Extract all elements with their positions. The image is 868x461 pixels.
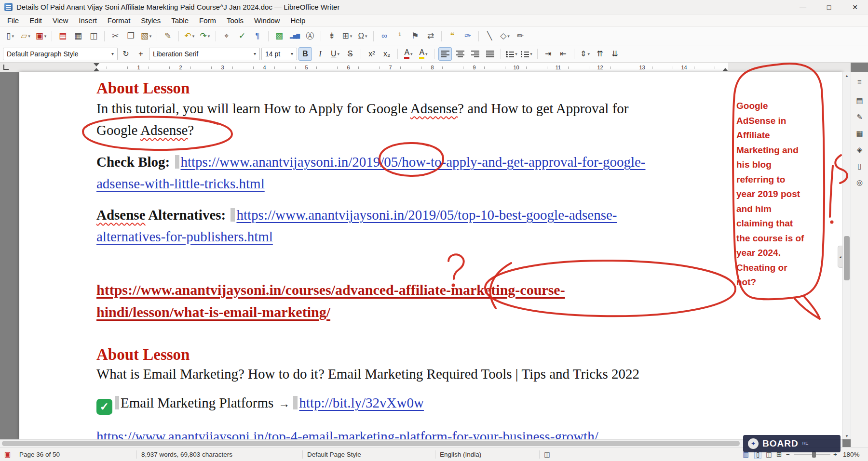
zoom-percentage[interactable]: 180% xyxy=(843,448,860,461)
check-blog-link[interactable]: https://www.anantvijaysoni.in/2019/05/ho… xyxy=(181,154,646,170)
open-file-icon[interactable]: ▱▾ xyxy=(18,29,33,43)
insert-line-icon[interactable]: ╲ xyxy=(482,29,497,43)
new-document-icon[interactable]: ▯▾ xyxy=(3,29,17,43)
menu-item[interactable]: Edit xyxy=(24,14,47,26)
font-color-button[interactable]: A▾ xyxy=(402,47,415,61)
copy-icon[interactable]: ❐ xyxy=(123,29,138,43)
line-spacing-button[interactable]: ⇕▾ xyxy=(578,47,592,61)
decrease-indent-button[interactable]: ⇤ xyxy=(556,47,570,61)
insert-image-icon[interactable]: ▩ xyxy=(272,29,286,43)
find-replace-icon[interactable]: ⌖ xyxy=(219,29,234,43)
menu-item[interactable]: File xyxy=(2,14,24,26)
word-count-status[interactable]: 8,937 words, 69,803 characters xyxy=(141,448,232,461)
align-right-button[interactable] xyxy=(468,47,482,61)
page-deck-icon[interactable]: ▯ xyxy=(854,160,866,172)
undo-icon[interactable]: ↶▾ xyxy=(182,29,197,43)
special-character-icon[interactable]: Ω▾ xyxy=(355,29,370,43)
font-name-combobox[interactable]: Liberation Serif xyxy=(149,48,260,60)
italic-button[interactable]: I xyxy=(313,47,327,61)
page-style-status[interactable]: Default Page Style xyxy=(307,448,361,461)
increase-paragraph-spacing-button[interactable]: ⇈ xyxy=(593,47,607,61)
properties-icon[interactable]: ▤ xyxy=(854,94,866,107)
sidebar-collapse-button[interactable]: ◂ xyxy=(838,246,842,268)
menu-item[interactable]: Window xyxy=(249,14,285,26)
sidebar-settings-icon[interactable]: ≡ xyxy=(854,75,866,88)
document-page[interactable]: About Lesson In this tutorial, you will … xyxy=(19,72,842,439)
insert-hyperlink-icon[interactable]: ∞ xyxy=(377,29,392,43)
page-break-icon[interactable]: ⇟ xyxy=(325,29,339,43)
menu-item[interactable]: Form xyxy=(194,14,221,26)
vertical-scrollbar[interactable]: ▴ ▾ xyxy=(842,72,851,439)
strikethrough-button[interactable]: S xyxy=(343,47,357,61)
page-count-status[interactable]: Page 36 of 50 xyxy=(19,448,60,461)
paragraph-style-combobox[interactable]: Default Paragraph Style xyxy=(3,48,118,60)
insert-field-icon[interactable]: ⊞▾ xyxy=(340,29,354,43)
menu-item[interactable]: Help xyxy=(285,14,311,26)
menu-item[interactable]: Tools xyxy=(221,14,249,26)
cut-icon[interactable]: ✂ xyxy=(108,29,122,43)
styles-icon[interactable]: ✎ xyxy=(854,111,866,123)
unordered-list-button[interactable]: ▾ xyxy=(505,47,518,61)
navigator-icon[interactable]: ◈ xyxy=(854,144,866,156)
menu-item[interactable]: View xyxy=(47,14,73,26)
underline-button[interactable]: U▾ xyxy=(328,47,342,61)
insert-footnote-icon[interactable]: ¹ xyxy=(393,29,407,43)
highlight-color-button[interactable]: A▾ xyxy=(417,47,430,61)
adsense-alternatives-link[interactable]: alternatives-for-publishers.html xyxy=(96,229,273,244)
menu-item[interactable]: Format xyxy=(102,14,136,26)
selection-mode-icon[interactable]: ◫ xyxy=(544,448,550,461)
insert-comment-icon[interactable]: ❝ xyxy=(445,29,460,43)
adsense-alternatives-link[interactable]: https://www.anantvijaysoni.in/2019/05/to… xyxy=(236,207,617,223)
first-line-indent-marker[interactable] xyxy=(94,63,99,66)
scroll-down-icon[interactable]: ▾ xyxy=(843,434,851,438)
insert-bookmark-icon[interactable]: ⚑ xyxy=(408,29,422,43)
check-blog-link[interactable]: adsense-with-little-tricks.html xyxy=(96,176,265,191)
align-left-button[interactable] xyxy=(438,47,452,61)
document-modified-icon[interactable]: ▣ xyxy=(4,448,11,461)
align-justify-button[interactable] xyxy=(483,47,497,61)
decrease-paragraph-spacing-button[interactable]: ⇊ xyxy=(608,47,622,61)
basic-shapes-icon[interactable]: ◇▾ xyxy=(498,29,512,43)
clone-formatting-icon[interactable]: ✎ xyxy=(161,29,175,43)
update-style-icon[interactable]: ↻ xyxy=(119,47,133,61)
email-platform-link[interactable]: https://www.anantvijaysoni.in/top-4-emai… xyxy=(96,429,598,439)
save-icon[interactable]: ▣▾ xyxy=(34,29,48,43)
bold-button[interactable]: B xyxy=(298,47,312,61)
font-size-combobox[interactable]: 14 pt xyxy=(261,48,297,60)
formatting-marks-icon[interactable]: ¶ xyxy=(250,29,265,43)
course-link[interactable]: hindi/lesson/what-is-email-marketing/ xyxy=(96,304,330,320)
ordered-list-button[interactable]: ▾ xyxy=(520,47,533,61)
maximize-button[interactable]: □ xyxy=(816,0,842,14)
hanging-indent-marker[interactable] xyxy=(94,68,99,71)
menu-item[interactable]: Insert xyxy=(73,14,102,26)
paste-icon[interactable]: ▧▾ xyxy=(139,29,153,43)
style-inspector-icon[interactable]: ◎ xyxy=(854,176,866,189)
align-center-button[interactable] xyxy=(453,47,467,61)
spelling-icon[interactable]: ✓ xyxy=(235,29,249,43)
new-style-icon[interactable]: + xyxy=(134,47,148,61)
minimize-button[interactable]: — xyxy=(790,0,816,14)
bitly-link[interactable]: http://bit.ly/32vXw0w xyxy=(299,395,424,410)
vertical-scrollbar-thumb[interactable] xyxy=(844,236,850,280)
show-draw-functions-icon[interactable]: ✏ xyxy=(513,29,528,43)
increase-indent-button[interactable]: ⇥ xyxy=(542,47,555,61)
horizontal-scrollbar-thumb[interactable] xyxy=(2,441,740,446)
subscript-button[interactable]: x₂ xyxy=(380,47,393,61)
language-status[interactable]: English (India) xyxy=(440,448,481,461)
gallery-icon[interactable]: ▦ xyxy=(854,127,866,140)
print-preview-icon[interactable]: ◫ xyxy=(86,29,101,43)
right-indent-marker[interactable] xyxy=(722,68,728,71)
course-link[interactable]: https://www.anantvijaysoni.in/courses/ad… xyxy=(96,282,565,298)
print-icon[interactable]: ▦ xyxy=(71,29,85,43)
insert-textbox-icon[interactable]: Ⓐ xyxy=(303,29,317,43)
track-changes-icon[interactable]: ✑ xyxy=(461,29,475,43)
superscript-button[interactable]: x² xyxy=(365,47,379,61)
close-button[interactable]: ✕ xyxy=(842,0,868,14)
scroll-up-icon[interactable]: ▴ xyxy=(843,73,851,78)
cross-reference-icon[interactable]: ⇄ xyxy=(423,29,438,43)
menu-item[interactable]: Table xyxy=(166,14,194,26)
redo-icon[interactable]: ↷▾ xyxy=(198,29,212,43)
insert-chart-icon[interactable]: ▂▅▇ xyxy=(287,29,302,43)
tab-stop-selector-icon[interactable] xyxy=(3,65,9,70)
horizontal-ruler[interactable]: 1234567891011121314 xyxy=(0,63,851,72)
